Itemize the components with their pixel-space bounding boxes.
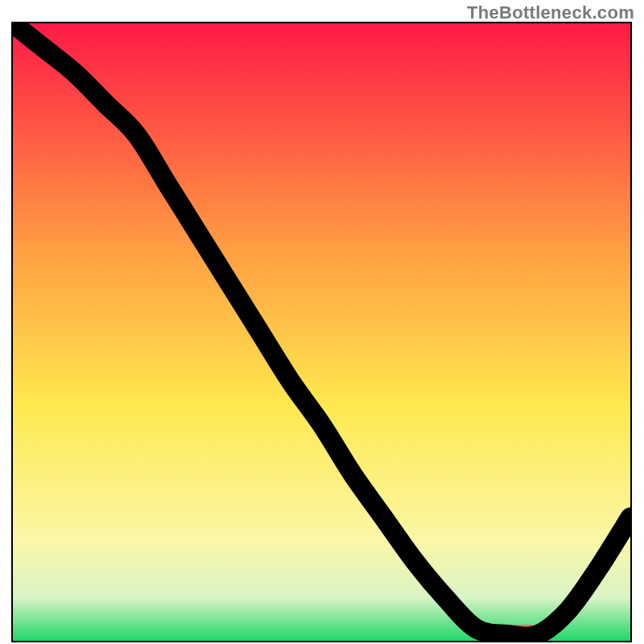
attribution-text: TheBottleneck.com [467, 2, 634, 23]
chart-svg [13, 23, 630, 641]
chart-frame [11, 22, 632, 642]
